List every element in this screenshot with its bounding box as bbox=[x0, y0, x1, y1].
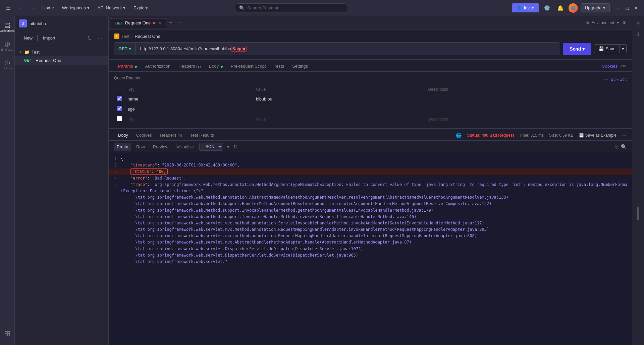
code-button[interactable]: </> bbox=[620, 64, 627, 69]
import-button[interactable]: Import bbox=[40, 34, 58, 42]
url-param-highlight[interactable]: &age= bbox=[231, 46, 247, 52]
body-tab[interactable]: Body bbox=[205, 61, 227, 71]
grid-icon bbox=[4, 331, 10, 337]
search-response-button[interactable]: 🔍 bbox=[621, 144, 627, 149]
minimize-button[interactable]: ─ bbox=[615, 5, 623, 11]
tab-close-button[interactable]: ✕ bbox=[158, 20, 162, 26]
notifications-icon-button[interactable]: 🔔 bbox=[555, 3, 566, 12]
right-panel-env-button[interactable]: 👁 bbox=[634, 19, 643, 28]
url-display-area[interactable]: http://127.0.0.1:8080/test/hello?name=bi… bbox=[137, 43, 560, 55]
sort-collections-button[interactable]: ⇅ bbox=[86, 34, 93, 42]
workspace-name: bibubibu bbox=[30, 21, 46, 26]
pretty-format-button[interactable]: Pretty bbox=[114, 143, 131, 151]
headers-tab[interactable]: Headers (9) bbox=[174, 61, 205, 71]
new-tab-button[interactable]: + bbox=[167, 19, 175, 26]
param-empty-checkbox[interactable] bbox=[117, 116, 122, 121]
settings-tab[interactable]: Settings bbox=[288, 61, 312, 71]
home-button[interactable]: Home bbox=[40, 4, 57, 12]
param-name-key[interactable]: name bbox=[125, 94, 253, 104]
param-age-desc[interactable] bbox=[425, 104, 627, 114]
right-panel-info-button[interactable]: ℹ bbox=[634, 29, 643, 39]
bulk-edit-button[interactable]: Bulk Edit bbox=[611, 77, 627, 82]
environment-panel-button[interactable]: 👁 bbox=[622, 20, 627, 25]
format-type-select[interactable]: JSON XML HTML Text bbox=[199, 143, 223, 151]
param-empty-key[interactable]: Key bbox=[125, 114, 253, 124]
breadcrumb: ✦ Test / Request One bbox=[114, 33, 627, 39]
format-chevron-button[interactable]: ▾ bbox=[227, 144, 229, 149]
upgrade-chevron-icon: ▾ bbox=[603, 5, 605, 10]
param-empty-desc[interactable]: Description bbox=[425, 114, 627, 124]
avatar[interactable]: 🌀 bbox=[569, 3, 578, 13]
top-nav: ☰ ← → Home Workspaces ▾ API Network ▾ Ex… bbox=[0, 0, 644, 16]
request-area: ✦ Test / Request One GET ▾ http://127.0.… bbox=[109, 29, 632, 60]
test-results-tab[interactable]: Test Results bbox=[186, 130, 218, 140]
copy-response-button[interactable]: ⎘ bbox=[615, 144, 618, 149]
collection-icon: 📁 bbox=[24, 50, 30, 55]
history-sidebar-button[interactable]: History bbox=[1, 56, 13, 74]
tab-method: GET bbox=[115, 21, 123, 25]
api-network-button[interactable]: API Network ▾ bbox=[95, 4, 128, 12]
response-cookies-tab[interactable]: Cookies bbox=[132, 130, 156, 140]
workspaces-button[interactable]: Workspaces ▾ bbox=[59, 4, 92, 12]
method-select[interactable]: GET ▾ bbox=[114, 43, 136, 55]
new-collection-button[interactable]: New bbox=[19, 34, 38, 42]
param-empty-value[interactable]: Value bbox=[253, 114, 426, 124]
param-name-desc[interactable] bbox=[425, 94, 627, 104]
request-item[interactable]: GET Request One bbox=[15, 56, 108, 65]
time-badge: Time: 315 ms bbox=[520, 133, 544, 138]
param-age-checkbox[interactable] bbox=[117, 106, 122, 111]
query-params-section: Query Params ⋯ Bulk Edit Key Value Descr… bbox=[109, 72, 632, 129]
code-content: 1 { 2 "timestamp": "2023-06-28T01:09:42.… bbox=[109, 153, 632, 345]
settings-icon-button[interactable]: ⚙️ bbox=[542, 3, 552, 12]
active-tab[interactable]: GET Request One ✕ bbox=[111, 18, 166, 28]
save-dropdown-button[interactable]: ▾ bbox=[620, 44, 627, 53]
svg-rect-8 bbox=[7, 334, 9, 336]
invite-button[interactable]: 👤 Invite bbox=[512, 3, 539, 12]
more-collections-button[interactable]: ⋯ bbox=[96, 34, 104, 42]
search-bar[interactable]: 🔍 Search Postman bbox=[234, 3, 348, 12]
params-tab[interactable]: Params bbox=[114, 61, 141, 71]
new-import-buttons: New Import ⇅ ⋯ bbox=[15, 31, 108, 45]
param-name-checkbox[interactable] bbox=[117, 96, 122, 101]
environments-sidebar-button[interactable]: Environ... bbox=[1, 38, 13, 55]
param-age-value[interactable] bbox=[253, 104, 426, 114]
forward-button[interactable]: → bbox=[28, 4, 37, 12]
maximize-button[interactable]: □ bbox=[624, 5, 631, 11]
visualize-format-button[interactable]: Visualize bbox=[174, 143, 197, 151]
hamburger-menu-button[interactable]: ☰ bbox=[4, 3, 13, 12]
collections-icon bbox=[4, 22, 10, 28]
param-age-key[interactable]: age bbox=[125, 104, 253, 114]
code-line-2: 2 "timestamp": "2023-06-28T01:09:42.483+… bbox=[109, 162, 632, 168]
filter-icon-button[interactable]: ⇅ bbox=[233, 144, 237, 149]
tests-tab[interactable]: Tests bbox=[270, 61, 288, 71]
param-name-value[interactable]: bibubibu bbox=[253, 94, 426, 104]
save-button[interactable]: 💾 Save bbox=[594, 44, 620, 53]
raw-format-button[interactable]: Raw bbox=[133, 143, 148, 151]
preview-format-button[interactable]: Preview bbox=[150, 143, 171, 151]
code-line-3: 3 "status": 400, bbox=[109, 168, 632, 175]
back-button[interactable]: ← bbox=[15, 4, 25, 12]
response-more-button[interactable]: ⋯ bbox=[622, 133, 627, 138]
more-tabs-button[interactable]: ⋯ bbox=[175, 19, 185, 26]
response-headers-tab[interactable]: Headers (4) bbox=[156, 130, 186, 140]
collections-sidebar-button[interactable]: Collections bbox=[1, 19, 13, 36]
globe-icon[interactable]: 🌐 bbox=[456, 133, 462, 138]
format-bar: Pretty Raw Preview Visualize JSON XML HT… bbox=[109, 141, 632, 153]
send-button[interactable]: Send ▾ bbox=[563, 43, 591, 55]
environments-icon bbox=[4, 41, 10, 47]
params-more-button[interactable]: ⋯ bbox=[603, 77, 608, 82]
environment-chevron-button[interactable]: ▾ bbox=[617, 20, 619, 25]
save-example-button[interactable]: 💾 Save as Example bbox=[579, 133, 616, 138]
headers-count: (9) bbox=[196, 64, 201, 68]
response-body-tab[interactable]: Body bbox=[114, 130, 132, 140]
pre-request-tab[interactable]: Pre-request Script bbox=[227, 61, 270, 71]
cookies-link[interactable]: Cookies bbox=[602, 64, 618, 69]
upgrade-button[interactable]: Upgrade ▾ bbox=[581, 3, 610, 12]
authorization-tab[interactable]: Authorization bbox=[141, 61, 174, 71]
query-params-title: Query Params bbox=[114, 76, 140, 80]
main-content: GET Request One ✕ + ⋯ No Environment ▾ 👁… bbox=[109, 16, 632, 345]
close-button[interactable]: ✕ bbox=[632, 5, 640, 11]
explore-button[interactable]: Explore bbox=[131, 4, 151, 12]
mock-servers-button[interactable] bbox=[1, 325, 13, 342]
collection-item[interactable]: ▼ 📁 Test bbox=[15, 48, 108, 56]
